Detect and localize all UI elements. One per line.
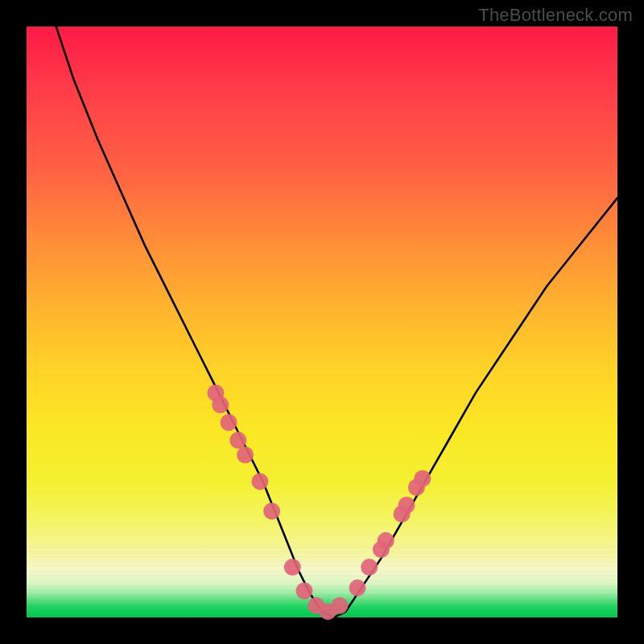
marker-dot (284, 559, 301, 576)
marker-dot (398, 497, 415, 514)
plot-area (27, 27, 617, 617)
watermark-text: TheBottleneck.com (478, 5, 633, 26)
marker-dot (332, 597, 349, 614)
marker-dot (229, 431, 246, 448)
highlight-markers (207, 385, 431, 621)
marker-dot (212, 396, 229, 413)
chart-svg (27, 27, 617, 617)
marker-dot (414, 470, 431, 487)
marker-dot (361, 559, 378, 576)
marker-dot (378, 532, 394, 549)
marker-dot (263, 502, 280, 519)
marker-dot (237, 447, 254, 464)
marker-dot (349, 580, 366, 597)
marker-dot (251, 473, 268, 490)
bottleneck-curve (56, 27, 617, 617)
marker-dot (221, 414, 237, 431)
marker-dot (296, 583, 313, 600)
outer-frame: TheBottleneck.com (0, 0, 644, 644)
